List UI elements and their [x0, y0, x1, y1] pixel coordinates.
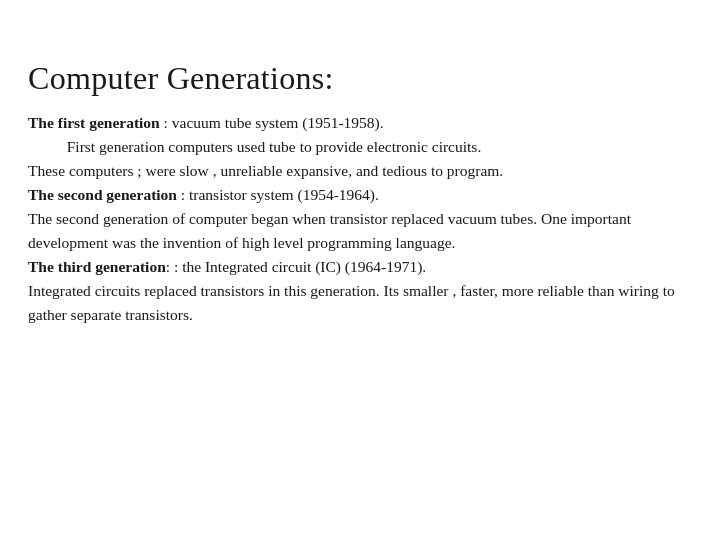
- second-gen-label: The second generation: [28, 186, 177, 203]
- first-gen-line1: The first generation : vacuum tube syste…: [28, 111, 692, 135]
- third-gen-desc: : the Integrated circuit (IC) (1964-1971…: [174, 258, 426, 275]
- third-gen-line1: The third generation: : the Integrated c…: [28, 255, 692, 279]
- third-gen-detail: Integrated circuits replaced transistors…: [28, 279, 692, 327]
- first-gen-line2: First generation computers used tube to …: [28, 135, 692, 159]
- first-gen-line3: These computers ; were slow , unreliable…: [28, 159, 692, 183]
- second-gen-line1: The second generation : transistor syste…: [28, 183, 692, 207]
- first-gen-desc: : vacuum tube system (1951-1958).: [160, 114, 384, 131]
- first-gen-slow: These computers ; were slow , unreliable…: [28, 162, 503, 179]
- third-gen-colon: :: [166, 258, 174, 275]
- page-title: Computer Generations:: [28, 60, 692, 97]
- first-gen-detail: First generation computers used tube to …: [67, 138, 482, 155]
- first-gen-label: The first generation: [28, 114, 160, 131]
- content-area: Computer Generations: The first generati…: [0, 0, 720, 355]
- body-text: The first generation : vacuum tube syste…: [28, 111, 692, 327]
- second-gen-desc: : transistor system (1954-1964).: [177, 186, 379, 203]
- second-gen-detail: The second generation of computer began …: [28, 207, 692, 255]
- third-gen-label: The third generation: [28, 258, 166, 275]
